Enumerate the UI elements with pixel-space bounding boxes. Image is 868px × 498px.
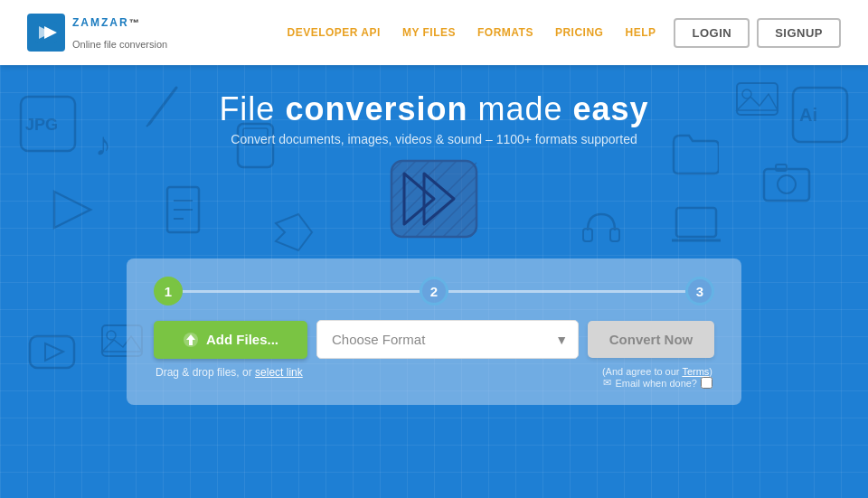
deco-jpg-icon: JPG xyxy=(16,92,80,155)
svg-marker-15 xyxy=(276,214,312,250)
deco-pencil-icon xyxy=(140,83,185,128)
svg-text:Ai: Ai xyxy=(799,105,817,125)
deco-camera-icon xyxy=(760,155,814,210)
deco-headphones-icon xyxy=(579,205,624,250)
svg-rect-21 xyxy=(764,169,809,201)
deco-video-icon xyxy=(45,183,99,237)
deco-folder-icon xyxy=(669,128,719,178)
nav-link-formats[interactable]: FORMATS xyxy=(477,26,533,39)
add-files-button[interactable]: Add Files... xyxy=(154,321,307,359)
login-button[interactable]: LOGIN xyxy=(674,18,750,48)
deco-youtube-icon xyxy=(27,327,77,377)
svg-rect-26 xyxy=(583,229,592,241)
hero-title: File conversion made easy xyxy=(219,90,648,128)
svg-line-7 xyxy=(149,88,176,124)
deco-music-icon: ♪ xyxy=(90,119,136,164)
email-checkbox[interactable] xyxy=(701,377,712,389)
steps-panel: 1 2 3 Add Files... Choose Format xyxy=(127,258,741,405)
deco-photo-icon xyxy=(732,74,782,124)
nav-buttons: LOGIN SIGNUP xyxy=(674,18,841,48)
svg-rect-27 xyxy=(610,229,619,241)
upload-icon xyxy=(183,332,199,348)
deco-document-icon xyxy=(158,183,212,237)
step-2-circle: 2 xyxy=(420,277,448,305)
logo-area: ZAMZAR™ Online file conversion xyxy=(27,14,167,52)
hero-subtitle: Convert documents, images, videos & soun… xyxy=(231,132,637,146)
nav-link-pricing[interactable]: PRICING xyxy=(555,26,604,39)
logo-brand: ZAMZAR™ xyxy=(72,15,167,39)
nav-links: DEVELOPER API MY FILES FORMATS PRICING H… xyxy=(287,26,656,39)
step-spacer-2 xyxy=(448,290,685,293)
signup-button[interactable]: SIGNUP xyxy=(757,18,841,48)
svg-rect-24 xyxy=(676,208,716,237)
svg-text:JPG: JPG xyxy=(25,116,58,134)
nav-link-my-files[interactable]: MY FILES xyxy=(402,26,456,39)
deco-arrow-icon xyxy=(271,210,316,255)
svg-rect-28 xyxy=(30,336,74,368)
center-logo xyxy=(384,154,484,244)
svg-marker-6 xyxy=(54,192,90,228)
logo-icon xyxy=(27,14,65,52)
step-controls: Add Files... Choose Format MP3MP4AVI PDF… xyxy=(154,320,714,359)
hero: JPG ♪ Ai xyxy=(0,65,868,498)
navbar: ZAMZAR™ Online file conversion DEVELOPER… xyxy=(0,0,868,65)
svg-marker-29 xyxy=(45,343,63,361)
deco-laptop-icon xyxy=(669,201,723,255)
drag-drop-hint: Drag & drop files, or select link xyxy=(156,366,303,389)
nav-link-help[interactable]: HELP xyxy=(625,26,656,39)
terms-hint: (And agree to our Terms) ✉ Email when do… xyxy=(602,366,712,389)
logo-sub: Online file conversion xyxy=(72,39,167,50)
email-icon: ✉ xyxy=(603,377,611,389)
svg-text:♪: ♪ xyxy=(95,126,111,163)
logo-text-area: ZAMZAR™ Online file conversion xyxy=(72,15,167,50)
step-3-circle: 3 xyxy=(685,277,714,305)
step-1-circle: 1 xyxy=(154,277,183,305)
terms-link[interactable]: Terms xyxy=(682,366,709,377)
convert-button[interactable]: Convert Now xyxy=(588,321,714,358)
deco-ai-icon: Ai xyxy=(788,83,852,146)
step-indicators: 1 2 3 xyxy=(154,277,714,305)
step-hints: Drag & drop files, or select link (And a… xyxy=(154,366,714,389)
format-select-wrapper: Choose Format MP3MP4AVI PDFJPGPNG DOCDOC… xyxy=(316,320,579,359)
select-link[interactable]: select link xyxy=(255,366,303,379)
nav-link-developer-api[interactable]: DEVELOPER API xyxy=(287,26,380,39)
svg-point-31 xyxy=(107,331,116,340)
step-spacer-1 xyxy=(183,290,420,293)
svg-point-22 xyxy=(778,175,796,193)
choose-format-select[interactable]: Choose Format MP3MP4AVI PDFJPGPNG DOCDOC… xyxy=(316,320,579,359)
